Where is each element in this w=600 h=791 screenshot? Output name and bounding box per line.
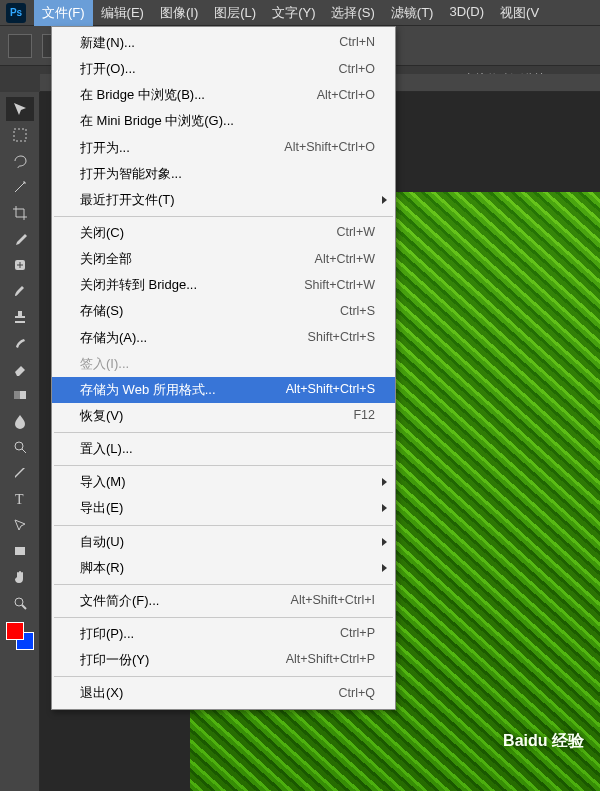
file-menu-item-10[interactable]: 关闭并转到 Bridge...Shift+Ctrl+W — [52, 272, 395, 298]
type-icon: T — [12, 491, 28, 507]
dodge-icon — [12, 439, 28, 455]
file-menu-item-11[interactable]: 存储(S)Ctrl+S — [52, 298, 395, 324]
menu-2[interactable]: 图像(I) — [152, 0, 206, 26]
menu-item-label: 最近打开文件(T) — [80, 190, 375, 210]
path-select-icon — [12, 517, 28, 533]
menu-separator — [54, 216, 393, 217]
tool-lasso[interactable] — [6, 149, 34, 173]
menu-item-shortcut: Ctrl+N — [327, 33, 375, 52]
menu-separator — [54, 584, 393, 585]
eraser-icon — [12, 361, 28, 377]
tool-dodge[interactable] — [6, 435, 34, 459]
tool-crop[interactable] — [6, 201, 34, 225]
blur-icon — [12, 413, 28, 429]
menu-item-shortcut: Alt+Shift+Ctrl+I — [279, 591, 375, 610]
tool-eyedropper[interactable] — [6, 227, 34, 251]
file-menu-item-4[interactable]: 打开为...Alt+Shift+Ctrl+O — [52, 135, 395, 161]
lasso-icon — [12, 153, 28, 169]
menu-6[interactable]: 滤镜(T) — [383, 0, 442, 26]
submenu-arrow-icon — [382, 538, 387, 546]
menu-item-label: 打开(O)... — [80, 59, 327, 79]
file-menu-item-27[interactable]: 打印(P)...Ctrl+P — [52, 621, 395, 647]
svg-rect-3 — [14, 391, 20, 399]
menu-1[interactable]: 编辑(E) — [93, 0, 152, 26]
menu-item-shortcut: Alt+Shift+Ctrl+S — [274, 380, 375, 399]
tool-wand[interactable] — [6, 175, 34, 199]
menu-item-label: 关闭并转到 Bridge... — [80, 275, 292, 295]
menu-item-shortcut: Ctrl+Q — [327, 684, 375, 703]
file-menu-item-19[interactable]: 导入(M) — [52, 469, 395, 495]
crop-icon — [12, 205, 28, 221]
file-menu-item-14[interactable]: 存储为 Web 所用格式...Alt+Shift+Ctrl+S — [52, 377, 395, 403]
file-menu-item-9[interactable]: 关闭全部Alt+Ctrl+W — [52, 246, 395, 272]
tool-blur[interactable] — [6, 409, 34, 433]
history-brush-icon — [12, 335, 28, 351]
menu-separator — [54, 676, 393, 677]
menu-item-shortcut: Ctrl+O — [327, 60, 375, 79]
tool-eraser[interactable] — [6, 357, 34, 381]
tool-brush[interactable] — [6, 279, 34, 303]
tool-move[interactable] — [6, 97, 34, 121]
tool-zoom[interactable] — [6, 591, 34, 615]
file-menu-item-28[interactable]: 打印一份(Y)Alt+Shift+Ctrl+P — [52, 647, 395, 673]
tool-marquee[interactable] — [6, 123, 34, 147]
menu-5[interactable]: 选择(S) — [323, 0, 382, 26]
file-menu-item-13: 签入(I)... — [52, 351, 395, 377]
menu-item-label: 关闭(C) — [80, 223, 324, 243]
menu-item-label: 文件简介(F)... — [80, 591, 279, 611]
tool-path-select[interactable] — [6, 513, 34, 537]
menu-item-shortcut: Ctrl+P — [328, 624, 375, 643]
menu-0[interactable]: 文件(F) — [34, 0, 93, 26]
menu-7[interactable]: 3D(D) — [441, 0, 492, 26]
menu-separator — [54, 525, 393, 526]
svg-rect-6 — [15, 547, 25, 555]
file-menu-item-8[interactable]: 关闭(C)Ctrl+W — [52, 220, 395, 246]
file-menu-item-2[interactable]: 在 Bridge 中浏览(B)...Alt+Ctrl+O — [52, 82, 395, 108]
tool-history-brush[interactable] — [6, 331, 34, 355]
file-menu-item-25[interactable]: 文件简介(F)...Alt+Shift+Ctrl+I — [52, 588, 395, 614]
menu-item-label: 存储为(A)... — [80, 328, 296, 348]
submenu-arrow-icon — [382, 504, 387, 512]
menu-item-label: 恢复(V) — [80, 406, 341, 426]
zoom-icon — [12, 595, 28, 611]
file-menu-item-3[interactable]: 在 Mini Bridge 中浏览(G)... — [52, 108, 395, 134]
file-menu-item-23[interactable]: 脚本(R) — [52, 555, 395, 581]
menu-8[interactable]: 视图(V — [492, 0, 547, 26]
color-swatches[interactable] — [6, 622, 34, 650]
tool-preset-icon[interactable] — [8, 34, 32, 58]
menu-item-label: 置入(L)... — [80, 439, 375, 459]
submenu-arrow-icon — [382, 478, 387, 486]
app-logo: Ps — [6, 3, 26, 23]
rectangle-icon — [12, 543, 28, 559]
file-menu-item-6[interactable]: 最近打开文件(T) — [52, 187, 395, 213]
tool-stamp[interactable] — [6, 305, 34, 329]
file-menu-item-15[interactable]: 恢复(V)F12 — [52, 403, 395, 429]
file-menu-item-5[interactable]: 打开为智能对象... — [52, 161, 395, 187]
file-menu-item-22[interactable]: 自动(U) — [52, 529, 395, 555]
tool-gradient[interactable] — [6, 383, 34, 407]
menu-4[interactable]: 文字(Y) — [264, 0, 323, 26]
tool-pen[interactable] — [6, 461, 34, 485]
menu-3[interactable]: 图层(L) — [206, 0, 264, 26]
svg-point-4 — [15, 442, 23, 450]
file-menu-item-20[interactable]: 导出(E) — [52, 495, 395, 521]
tool-hand[interactable] — [6, 565, 34, 589]
foreground-color-swatch[interactable] — [6, 622, 24, 640]
toolbox: T — [0, 92, 40, 791]
menu-item-shortcut: Alt+Shift+Ctrl+O — [272, 138, 375, 157]
file-menu-item-30[interactable]: 退出(X)Ctrl+Q — [52, 680, 395, 706]
menu-item-label: 打印(P)... — [80, 624, 328, 644]
brush-icon — [12, 283, 28, 299]
file-menu-item-0[interactable]: 新建(N)...Ctrl+N — [52, 30, 395, 56]
menu-item-label: 导入(M) — [80, 472, 375, 492]
menu-item-label: 在 Bridge 中浏览(B)... — [80, 85, 305, 105]
menu-item-label: 脚本(R) — [80, 558, 375, 578]
tool-type[interactable]: T — [6, 487, 34, 511]
menu-item-label: 退出(X) — [80, 683, 327, 703]
file-menu-item-1[interactable]: 打开(O)...Ctrl+O — [52, 56, 395, 82]
tool-heal[interactable] — [6, 253, 34, 277]
eyedropper-icon — [12, 231, 28, 247]
file-menu-item-17[interactable]: 置入(L)... — [52, 436, 395, 462]
tool-rectangle[interactable] — [6, 539, 34, 563]
file-menu-item-12[interactable]: 存储为(A)...Shift+Ctrl+S — [52, 325, 395, 351]
